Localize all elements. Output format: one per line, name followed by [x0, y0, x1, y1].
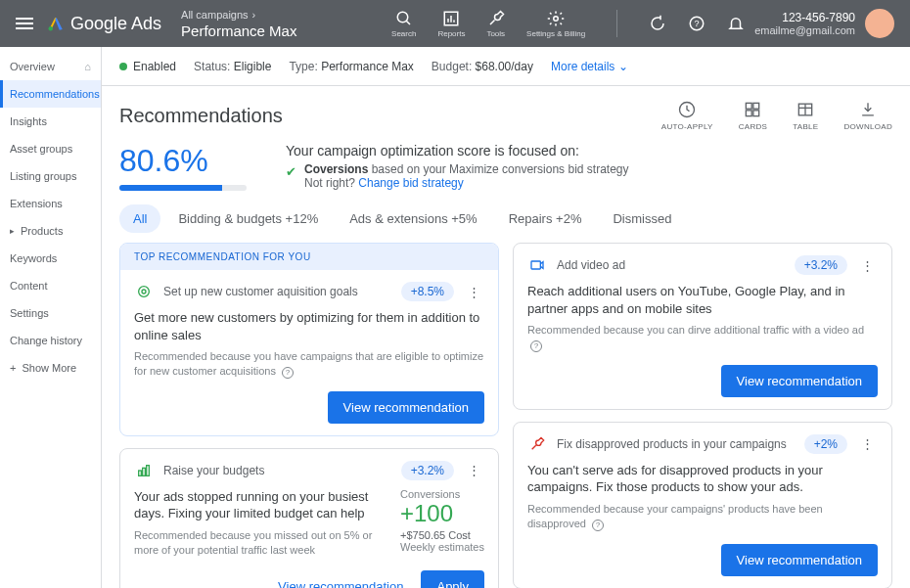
more-icon[interactable]: ⋮ — [464, 463, 484, 477]
more-icon[interactable]: ⋮ — [464, 285, 484, 299]
view-recommendation-link[interactable]: View recommendation — [270, 570, 411, 588]
budget-icon — [134, 461, 154, 480]
card-reason: Recommended because you can dirve additi… — [527, 323, 878, 353]
status-bar: Enabled Status: Eligible Type: Performan… — [102, 47, 910, 86]
settings-billing-icon[interactable]: Settings & Billing — [526, 10, 585, 38]
tab-ads-extensions-[interactable]: Ads & extensions +5% — [336, 204, 490, 233]
tab-bidding-budgets-[interactable]: Bidding & budgets +12% — [164, 204, 332, 233]
svg-rect-22 — [147, 466, 150, 476]
check-icon: ✔ — [286, 164, 296, 179]
info-icon[interactable]: ? — [530, 340, 542, 352]
card-reason: Recommended because you have campaigns t… — [134, 349, 484, 380]
uplift-pill: +2% — [804, 434, 847, 454]
card-title: Set up new customer aquisition goals — [163, 285, 391, 298]
uplift-pill: +3.2% — [401, 461, 454, 480]
svg-point-1 — [397, 12, 408, 23]
menu-icon[interactable] — [16, 15, 33, 32]
sidebar-item-recommendations[interactable]: Recommendations — [0, 80, 101, 108]
card-headline: Your ads stopped running on your busiest… — [134, 488, 388, 522]
notifications-icon[interactable] — [727, 15, 745, 32]
svg-rect-11 — [747, 103, 752, 109]
card-title: Add video ad — [557, 258, 785, 272]
download-action[interactable]: DOWNLOAD — [843, 100, 892, 131]
sidebar-item-settings[interactable]: Settings — [0, 299, 101, 327]
page-title: Recommendations — [119, 105, 283, 127]
top-recommendation-label: TOP RECOMMENDATION FOR YOU — [120, 244, 498, 270]
info-icon[interactable]: ? — [592, 520, 604, 531]
sidebar-item-listing-groups[interactable]: Listing groups — [0, 162, 101, 190]
card-primary-button[interactable]: View recommendation — [721, 544, 878, 576]
card-headline: You can't serve ads for disapproved prod… — [527, 462, 878, 496]
svg-point-7 — [554, 16, 559, 21]
uplift-pill: +8.5% — [401, 282, 454, 301]
video-icon — [527, 255, 547, 275]
sidebar-item-change-history[interactable]: Change history — [0, 327, 101, 354]
auto-apply-action[interactable]: AUTO-APPLY — [661, 100, 713, 131]
chevron-down-icon: ⌄ — [618, 60, 628, 73]
sidebar-item-content[interactable]: Content — [0, 272, 101, 299]
card-primary-button[interactable]: View recommendation — [721, 365, 878, 397]
change-strategy-link[interactable]: Change bid strategy — [358, 176, 463, 190]
plus-icon: + — [10, 362, 16, 374]
cards-action[interactable]: CARDS — [739, 100, 768, 131]
tab-repairs-[interactable]: Repairs +2% — [495, 204, 596, 233]
tools-icon[interactable]: Tools — [486, 10, 505, 38]
svg-rect-13 — [747, 111, 752, 116]
info-icon[interactable]: ? — [282, 367, 294, 379]
sidebar-item-keywords[interactable]: Keywords — [0, 245, 101, 272]
svg-point-0 — [49, 26, 54, 31]
recommendation-card: Fix disapproved products in your campaig… — [513, 422, 892, 588]
sidebar-show-more[interactable]: +Show More — [0, 354, 101, 382]
search-icon[interactable]: Search — [391, 10, 416, 38]
main-content: Enabled Status: Eligible Type: Performan… — [102, 47, 910, 588]
svg-text:?: ? — [695, 19, 700, 28]
score-progress — [119, 185, 247, 191]
recommendation-card: Add video ad+3.2%⋮Reach additional users… — [513, 243, 892, 410]
card-reason: Recommended because your campaigns' prod… — [527, 502, 878, 532]
filter-tabs: AllBidding & budgets +12%Ads & extension… — [102, 204, 910, 233]
account-info[interactable]: 123-456-7890 emailme@gmail.com — [754, 11, 855, 36]
svg-point-19 — [142, 290, 146, 294]
wrench-icon — [527, 434, 547, 454]
sidebar-item-products[interactable]: ▸Products — [0, 217, 101, 245]
card-title: Fix disapproved products in your campaig… — [557, 437, 795, 451]
more-details-link[interactable]: More details ⌄ — [551, 60, 628, 73]
logo[interactable]: Google Ads — [47, 14, 161, 34]
more-icon[interactable]: ⋮ — [857, 436, 878, 451]
svg-rect-21 — [143, 468, 146, 475]
card-primary-button[interactable]: View recommendation — [328, 391, 484, 424]
recommendation-card: Raise your budgets+3.2%⋮Your ads stopped… — [119, 448, 499, 588]
refresh-icon[interactable] — [649, 15, 666, 32]
card-headline: Reach additional users on YouTube, Googl… — [527, 283, 878, 317]
card-title: Raise your budgets — [163, 464, 391, 477]
svg-rect-20 — [139, 471, 142, 475]
help-icon[interactable]: ? — [688, 15, 705, 32]
chevron-right-icon: › — [252, 9, 256, 21]
card-primary-button[interactable]: Apply — [421, 570, 484, 588]
status-badge: Enabled — [119, 60, 176, 73]
caret-right-icon: ▸ — [10, 226, 15, 236]
svg-rect-14 — [753, 111, 759, 116]
avatar[interactable] — [865, 9, 894, 38]
recommendation-card: TOP RECOMMENDATION FOR YOUSet up new cus… — [119, 243, 499, 436]
breadcrumb[interactable]: All campaigns › Performance Max — [181, 9, 296, 39]
sidebar-item-extensions[interactable]: Extensions — [0, 190, 101, 217]
optimization-score: 80.6% — [119, 143, 247, 191]
svg-line-2 — [406, 21, 410, 24]
sidebar: Overview⌂ Recommendations Insights Asset… — [0, 47, 102, 588]
home-icon: ⌂ — [84, 61, 91, 72]
tab-dismissed[interactable]: Dismissed — [599, 204, 685, 233]
tab-all[interactable]: All — [119, 204, 160, 233]
app-header: Google Ads All campaigns › Performance M… — [0, 0, 910, 47]
product-name: Google Ads — [70, 14, 161, 34]
card-headline: Get more new customers by optimizing for… — [134, 309, 484, 343]
svg-rect-12 — [753, 103, 759, 109]
reports-icon[interactable]: Reports — [437, 10, 465, 38]
table-action[interactable]: TABLE — [793, 100, 818, 131]
more-icon[interactable]: ⋮ — [857, 258, 878, 273]
focus-heading: Your campaign optimization score is focu… — [286, 143, 629, 158]
sidebar-item-asset-groups[interactable]: Asset groups — [0, 135, 101, 162]
sidebar-item-overview[interactable]: Overview⌂ — [0, 53, 101, 80]
svg-point-18 — [139, 287, 150, 297]
sidebar-item-insights[interactable]: Insights — [0, 108, 101, 135]
